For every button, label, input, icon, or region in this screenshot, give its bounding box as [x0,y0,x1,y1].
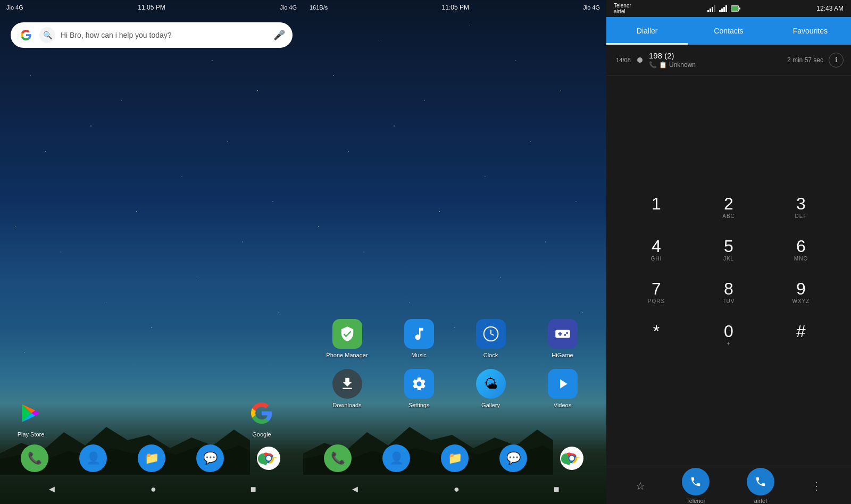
nav-recents-2[interactable]: ■ [554,484,560,495]
dial-num-4: 4 [652,238,661,255]
dial-key-2[interactable]: 2 ABC [695,188,763,226]
voicemail-icon: 📋 [659,61,667,69]
dial-key-hash[interactable]: # [767,316,835,354]
dock2-messages[interactable]: 💬 [499,444,527,472]
tab-contacts[interactable]: Contacts [688,17,769,45]
dock-1: 📞 👤 📁 💬 [5,444,298,472]
dock-messages[interactable]: 💬 [196,444,224,472]
signal-icon-2 [719,5,728,12]
app-item-playstore[interactable]: Play Store [16,398,46,438]
dock2-files[interactable]: 📁 [441,444,469,472]
app-videos[interactable]: Videos [529,369,596,408]
playstore-icon [16,398,46,428]
dock2-contacts[interactable]: 👤 [382,444,410,472]
app-item-google[interactable]: Google [247,398,277,438]
svg-rect-16 [725,5,727,12]
signal-icon-1 [707,5,716,12]
dial-key-6[interactable]: 6 MNO [767,231,835,269]
tab-dialler[interactable]: Dialler [606,17,688,45]
tab-favourites[interactable]: Favourites [770,17,851,45]
dialler-time: 12:43 AM [816,5,844,12]
status-time-2: 11:05 PM [442,4,469,11]
nav-back-2[interactable]: ◄ [350,484,360,495]
dial-sub-6: MNO [794,256,808,262]
gallery-label: Gallery [481,402,500,408]
dial-key-3[interactable]: 3 DEF [767,188,835,226]
dial-sub-3: DEF [795,213,807,220]
dial-num-0: 0 [724,323,733,340]
dial-key-star[interactable]: * [622,316,690,354]
dock-chrome[interactable] [255,444,282,472]
search-input-text[interactable]: Hi Bro, how can i help you today? [61,31,268,39]
dial-key-9[interactable]: 9 WXYZ [767,273,835,312]
app-gallery[interactable]: 🌤 Gallery [457,369,524,408]
dial-num-8: 8 [724,280,733,297]
app-phone-manager[interactable]: Phone Manager [314,319,380,358]
dock-files[interactable]: 📁 [138,444,165,472]
dialler-footer: ☆ Telenor airtel ⋮ [606,467,851,504]
settings-label: Settings [408,402,430,408]
higame-icon [548,319,578,349]
dock2-chrome[interactable] [558,444,586,472]
svg-rect-15 [723,7,725,12]
carrier1: Telenor [614,3,631,9]
airtel-call-btn [747,468,774,495]
svg-rect-9 [707,10,709,12]
dock-contacts[interactable]: 👤 [79,444,107,472]
footer-airtel-btn[interactable]: airtel [747,468,774,504]
app-settings[interactable]: Settings [386,369,452,408]
music-icon [404,319,434,349]
dial-key-8[interactable]: 8 TUV [695,273,763,312]
app-music[interactable]: Music [386,319,452,358]
svg-rect-18 [731,6,738,11]
dial-num-7: 7 [652,280,661,297]
nav-home-1[interactable]: ● [151,484,156,495]
footer-fav-btn[interactable]: ☆ [636,480,645,492]
dial-key-0[interactable]: 0 + [695,316,763,354]
dock-phone[interactable]: 📞 [21,444,48,472]
phone-manager-label: Phone Manager [326,352,368,358]
dial-num-hash: # [796,323,806,340]
nav-home-2[interactable]: ● [454,484,460,495]
status-left-2: 161B/s [310,4,328,11]
nav-recents-1[interactable]: ■ [251,484,256,495]
dialler-carriers: Telenor airtel [614,3,631,14]
dock2-phone[interactable]: 📞 [324,444,352,472]
app-downloads[interactable]: Downloads [314,369,380,408]
speed-label: 161B/s [310,4,328,11]
footer-more-btn[interactable]: ⋮ [811,480,822,492]
dial-key-1[interactable]: 1 [622,188,690,226]
app-grid: Phone Manager Music Clock HiGame [314,319,596,408]
telenor-call-btn [682,468,710,495]
settings-icon [404,369,434,399]
status-bar-1: Jio 4G 11:05 PM Jio 4G [0,0,303,15]
call-dot [637,57,643,63]
svg-rect-14 [721,9,723,12]
google-label: Google [252,431,271,438]
app-clock[interactable]: Clock [457,319,524,358]
screen-1: Jio 4G 11:05 PM Jio 4G 🔍 Hi Bro, how can… [0,0,303,504]
carrier2: airtel [614,9,631,14]
app-higame[interactable]: HiGame [529,319,596,358]
call-number: 198 (2) [649,51,787,60]
mic-icon[interactable]: 🎤 [273,29,285,41]
dial-sub-9: WXYZ [792,298,810,305]
status-bar-2: 161B/s 11:05 PM Jio 4G [303,0,606,15]
call-log-entry[interactable]: 14/08 198 (2) 📞 📋 Unknown 2 min 57 sec ℹ [606,45,851,75]
footer-telenor-btn[interactable]: Telenor [682,468,710,504]
dial-num-3: 3 [796,195,806,212]
videos-label: Videos [554,402,571,408]
dial-num-6: 6 [796,238,806,255]
dialler-status-bar: Telenor airtel 12:43 AM [606,0,851,17]
dial-sub-5: JKL [723,256,734,262]
dial-key-4[interactable]: 4 GHI [622,231,690,269]
dial-sub-2: ABC [722,213,735,220]
nav-back-1[interactable]: ◄ [47,484,56,495]
call-info-button[interactable]: ℹ [829,53,844,68]
phone-manager-icon [332,319,362,349]
dial-key-5[interactable]: 5 JKL [695,231,763,269]
search-bar[interactable]: 🔍 Hi Bro, how can i help you today? 🎤 [11,22,293,48]
svg-point-3 [266,456,271,460]
dial-key-7[interactable]: 7 PQRS [622,273,690,312]
call-icon: 📞 [649,61,657,69]
